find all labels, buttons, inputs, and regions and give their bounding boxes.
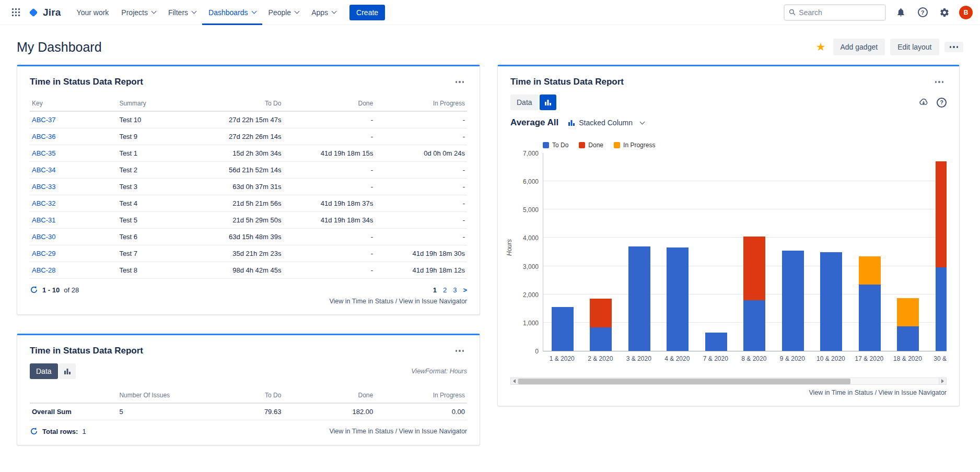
edit-layout-button[interactable]: Edit layout	[890, 39, 939, 55]
chevron-down-icon	[192, 9, 197, 14]
y-tick-label: 1,000	[523, 320, 539, 327]
issue-key-link[interactable]: ABC-34	[32, 166, 56, 174]
gadget-menu-button[interactable]	[932, 78, 947, 86]
table-cell: Test 5	[117, 212, 196, 229]
stacked-column-chart: Hours 01,0002,0003,0004,0005,0006,0007,0…	[510, 153, 947, 351]
jira-logo-icon	[27, 6, 40, 19]
issue-key-link[interactable]: ABC-36	[32, 133, 56, 140]
table-row: ABC-35Test 115d 2h 30m 34s41d 19h 18m 15…	[30, 145, 467, 162]
gadget-time-in-status-chart: Time in Status Data Report Data	[497, 65, 960, 406]
x-tick-label: 2 & 2020	[588, 355, 613, 362]
search-box[interactable]	[784, 4, 886, 21]
create-button[interactable]: Create	[349, 5, 385, 20]
avatar[interactable]: B	[959, 6, 973, 19]
favorite-star-icon[interactable]: ★	[816, 41, 826, 53]
issue-key-link[interactable]: ABC-35	[32, 149, 56, 157]
issue-key-link[interactable]: ABC-32	[32, 199, 56, 207]
bar-segment	[897, 326, 919, 351]
refresh-icon[interactable]	[30, 286, 38, 294]
issue-key-link[interactable]: ABC-28	[32, 266, 56, 274]
scrollbar-track[interactable]	[518, 377, 939, 385]
issue-key-link[interactable]: ABC-37	[32, 116, 56, 124]
nav-item-dashboards[interactable]: Dashboards	[202, 0, 262, 25]
bar-chart-icon	[544, 99, 552, 106]
nav-item-your-work[interactable]: Your work	[71, 0, 115, 25]
sum-table: Number Of IssuesTo DoDoneIn Progress Ove…	[30, 388, 467, 420]
scroll-right-arrow[interactable]	[939, 377, 947, 385]
app-switcher-icon[interactable]	[7, 4, 24, 21]
nav-menu: Your workProjectsFiltersDashboardsPeople…	[71, 0, 342, 25]
page-number[interactable]: 1	[433, 286, 437, 294]
nav-item-people[interactable]: People	[262, 0, 306, 25]
nav-item-projects[interactable]: Projects	[115, 0, 162, 25]
x-tick-label: 7 & 2020	[703, 355, 728, 362]
jira-logo[interactable]: Jira	[27, 6, 61, 19]
scrollbar-thumb[interactable]	[518, 379, 850, 384]
chevron-down-icon	[640, 120, 645, 125]
column-header: To Do	[196, 388, 283, 403]
issue-key-link[interactable]: ABC-29	[32, 250, 56, 257]
data-tab[interactable]: Data	[510, 95, 539, 110]
notifications-icon[interactable]	[893, 5, 908, 20]
legend-item: Done	[579, 141, 603, 149]
nav-item-apps[interactable]: Apps	[305, 0, 342, 25]
bar-segment	[897, 298, 919, 326]
gadget-title: Time in Status Data Report	[510, 77, 624, 87]
dashboard-more-button[interactable]	[944, 42, 964, 52]
table-cell: 41d 19h 18m 12s	[375, 262, 467, 279]
footer-link[interactable]: View in Issue Navigator	[399, 298, 467, 305]
data-tab[interactable]: Data	[30, 363, 58, 379]
footer-link[interactable]: View in Time in Status	[329, 428, 393, 435]
table-cell: 27d 22h 15m 47s	[196, 111, 283, 128]
gadget-time-in-status-table: Time in Status Data Report KeySummaryTo …	[17, 65, 480, 315]
x-tick-label: 4 & 2020	[664, 355, 690, 362]
settings-icon[interactable]	[937, 5, 952, 20]
chevron-down-icon	[295, 9, 300, 14]
issue-key-link[interactable]: ABC-33	[32, 183, 56, 191]
table-row: ABC-30Test 663d 15h 48m 39s--	[30, 229, 467, 245]
add-gadget-button[interactable]: Add gadget	[833, 39, 885, 55]
x-tick-label: 30 &	[934, 355, 947, 362]
next-page-button[interactable]: >	[463, 286, 467, 294]
gadget-menu-button[interactable]	[452, 347, 468, 355]
page-number[interactable]: 2	[443, 286, 447, 294]
table-cell: Test 7	[117, 245, 196, 262]
key-cell: ABC-32	[30, 195, 117, 212]
search-input[interactable]	[799, 8, 881, 17]
table-row: ABC-37Test 1027d 22h 15m 47s--	[30, 111, 467, 128]
chart-type-dropdown[interactable]: Stacked Column	[568, 119, 644, 127]
gadget-menu-button[interactable]	[452, 78, 468, 86]
page-number[interactable]: 3	[453, 286, 457, 294]
table-cell: Test 4	[117, 195, 196, 212]
chart-tab[interactable]	[59, 363, 76, 379]
nav-item-filters[interactable]: Filters	[162, 0, 202, 25]
gear-icon	[939, 7, 950, 18]
footer-link[interactable]: View in Time in Status	[329, 298, 393, 305]
footer-link[interactable]: View in Issue Navigator	[879, 389, 947, 396]
help-icon[interactable]: ?	[915, 5, 930, 20]
pagination-pages: 123>	[433, 286, 467, 294]
row-label-cell: Overall Sum	[30, 403, 117, 420]
table-cell: -	[375, 212, 467, 229]
footer-link[interactable]: View in Issue Navigator	[399, 428, 467, 435]
issue-key-link[interactable]: ABC-31	[32, 216, 56, 224]
table-cell: Test 9	[117, 128, 196, 145]
export-image-icon[interactable]	[918, 97, 929, 108]
chart-horizontal-scrollbar	[510, 377, 947, 385]
issue-key-link[interactable]: ABC-30	[32, 233, 56, 241]
gadget-help-icon[interactable]: ?	[937, 98, 947, 108]
x-tick-label: 3 & 2020	[626, 355, 651, 362]
nav-item-label: People	[269, 8, 291, 17]
chart-tab[interactable]	[540, 95, 556, 110]
key-cell: ABC-28	[30, 262, 117, 279]
page-header: My Dashboard ★ Add gadget Edit layout	[0, 25, 980, 65]
refresh-icon[interactable]	[30, 427, 38, 435]
scroll-left-arrow[interactable]	[510, 377, 518, 385]
footer-link[interactable]: View in Time in Status	[809, 389, 873, 396]
table-cell: -	[375, 229, 467, 245]
chevron-down-icon	[251, 9, 256, 14]
table-cell: -	[283, 179, 375, 195]
top-nav: Jira Your workProjectsFiltersDashboardsP…	[0, 0, 980, 25]
column-header: Summary	[117, 97, 196, 111]
table-cell: 182.00	[283, 403, 375, 420]
